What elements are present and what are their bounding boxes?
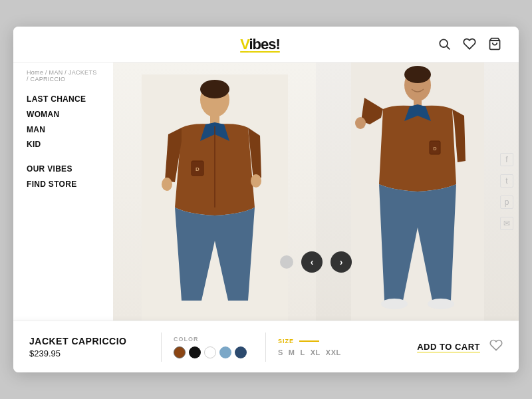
color-swatches xyxy=(174,346,253,358)
swatch-black[interactable] xyxy=(189,346,201,358)
pinterest-icon[interactable]: p xyxy=(500,196,513,209)
svg-point-18 xyxy=(381,299,408,309)
divider-2 xyxy=(265,332,266,362)
swatch-blue-dark[interactable] xyxy=(235,346,247,358)
product-page: Vibes! xyxy=(13,27,519,372)
cart-icon[interactable] xyxy=(488,37,503,52)
model-left-image: D xyxy=(142,74,288,321)
size-section: SIZE S M L XL XXL xyxy=(278,338,358,356)
size-xxl[interactable]: XXL xyxy=(326,348,341,356)
color-label: COLOR xyxy=(174,336,253,342)
size-label: SIZE xyxy=(278,338,358,344)
wishlist-button[interactable] xyxy=(489,338,503,355)
nav-kid[interactable]: KID xyxy=(27,137,100,152)
twitter-icon[interactable]: t xyxy=(500,174,513,188)
search-icon[interactable] xyxy=(438,37,452,52)
email-icon[interactable]: ✉ xyxy=(500,217,513,230)
swatch-white[interactable] xyxy=(204,346,216,358)
image-area: D xyxy=(113,63,519,321)
model-left: D xyxy=(113,63,316,321)
svg-point-19 xyxy=(428,299,454,309)
size-xl[interactable]: XL xyxy=(311,348,321,356)
breadcrumb: Home / MAN / JACKETS / CAPRICCIO xyxy=(27,69,100,82)
size-s[interactable]: S xyxy=(278,348,283,356)
nav-find-store[interactable]: FIND STORE xyxy=(27,177,100,192)
header: Vibes! xyxy=(13,27,519,63)
divider-1 xyxy=(161,332,162,362)
header-icons xyxy=(438,37,503,52)
swatch-brown[interactable] xyxy=(174,346,186,358)
nav-woman[interactable]: WOMAN xyxy=(27,107,100,122)
logo: Vibes! xyxy=(240,36,280,53)
nav-man[interactable]: MAN xyxy=(27,122,100,138)
nav-last-chance[interactable]: LAST CHANCE xyxy=(27,92,100,107)
add-to-cart-button[interactable]: ADD TO CART xyxy=(417,342,480,352)
nav-our-vibes[interactable]: OUR VIBES xyxy=(27,162,100,177)
color-section: COLOR xyxy=(174,336,253,358)
svg-text:D: D xyxy=(433,146,436,151)
bottom-bar: JACKET CAPRICCIO $239.95 COLOR SIZE S M xyxy=(13,321,519,372)
svg-point-14 xyxy=(404,66,431,83)
facebook-icon[interactable]: f xyxy=(500,153,513,166)
size-options: S M L XL XXL xyxy=(278,348,358,356)
product-info: JACKET CAPRICCIO $239.95 xyxy=(29,336,149,358)
swatch-blue-light[interactable] xyxy=(219,346,231,358)
wishlist-icon[interactable] xyxy=(463,37,477,52)
carousel-prev-button[interactable]: ‹ xyxy=(301,251,323,273)
carousel-next-button[interactable]: › xyxy=(331,251,352,273)
svg-point-10 xyxy=(162,178,172,191)
carousel-dot xyxy=(280,255,293,269)
add-to-cart-section: ADD TO CART xyxy=(417,338,503,355)
product-price: $239.95 xyxy=(29,348,149,358)
content-area: Home / MAN / JACKETS / CAPRICCIO LAST CH… xyxy=(13,63,519,321)
nav-group-main: LAST CHANCE WOMAN MAN KID xyxy=(27,92,100,152)
nav-group-secondary: OUR VIBES FIND STORE xyxy=(27,162,100,192)
carousel-nav: ‹ › xyxy=(280,251,352,273)
social-icons: f t p ✉ xyxy=(495,146,519,237)
product-name: JACKET CAPRICCIO xyxy=(29,336,149,346)
svg-line-1 xyxy=(447,46,450,49)
svg-point-5 xyxy=(200,80,229,98)
size-l[interactable]: L xyxy=(301,348,305,356)
model-right-image: D xyxy=(351,63,484,321)
svg-point-0 xyxy=(440,39,448,47)
svg-text:D: D xyxy=(196,166,200,172)
svg-point-11 xyxy=(251,174,261,188)
product-images: D xyxy=(113,63,519,321)
model-right: D xyxy=(316,63,519,321)
size-m[interactable]: M xyxy=(289,348,295,356)
left-nav: Home / MAN / JACKETS / CAPRICCIO LAST CH… xyxy=(13,63,113,321)
svg-point-20 xyxy=(355,117,366,129)
